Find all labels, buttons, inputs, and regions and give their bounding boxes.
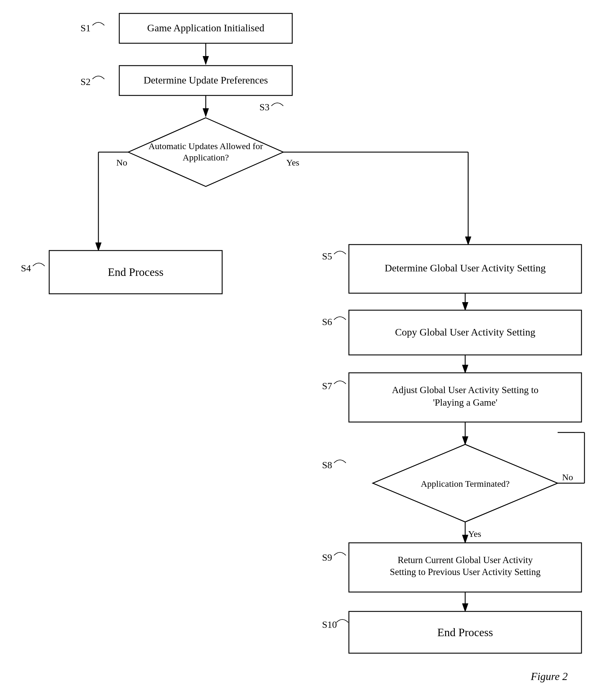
s9-text-line1: Return Current Global User Activity (398, 555, 533, 565)
s8-text: Application Terminated? (421, 479, 510, 489)
yes-label-s8: Yes (468, 529, 481, 539)
s3-text-line2: Application? (183, 152, 229, 162)
figure-label: Figure 2 (531, 670, 568, 682)
s7-text-line1: Adjust Global User Activity Setting to (392, 385, 538, 395)
s2-text: Determine Update Preferences (144, 75, 268, 86)
s5-text: Determine Global User Activity Setting (385, 263, 546, 273)
s1-text: Game Application Initialised (147, 23, 265, 33)
flowchart-diagram: S1 Game Application Initialised S2 Deter… (0, 0, 611, 700)
s3-text-line1: Automatic Updates Allowed for (149, 141, 263, 151)
s7-text-line2: 'Playing a Game' (433, 397, 497, 408)
s6-label: S6 (322, 316, 332, 327)
s10-label: S10 (322, 619, 337, 630)
s3-label: S3 (259, 102, 270, 113)
s7-label: S7 (322, 381, 332, 391)
s8-label: S8 (322, 460, 332, 470)
s6-text: Copy Global User Activity Setting (395, 327, 535, 338)
s2-label: S2 (80, 76, 91, 87)
yes-label-s3: Yes (286, 158, 299, 167)
s9-text-line2: Setting to Previous User Activity Settin… (390, 567, 540, 577)
s9-label: S9 (322, 552, 332, 563)
s4-text: End Process (108, 266, 164, 278)
s5-label: S5 (322, 251, 332, 262)
s4-label: S4 (21, 263, 31, 273)
s1-label: S1 (80, 23, 91, 33)
s10-text: End Process (437, 626, 493, 639)
no-label-s3: No (116, 158, 127, 167)
no-label-s8: No (562, 472, 573, 482)
